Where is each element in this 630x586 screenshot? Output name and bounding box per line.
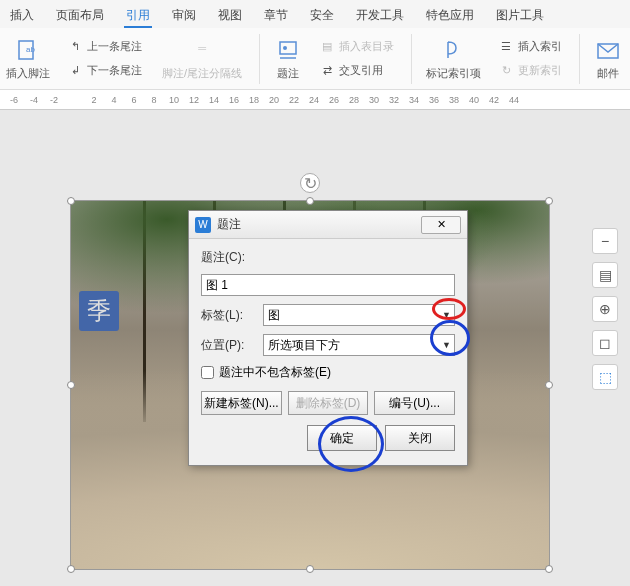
tab-insert[interactable]: 插入: [8, 5, 36, 28]
footnote-icon: ab: [14, 36, 42, 64]
tab-review[interactable]: 审阅: [170, 5, 198, 28]
caption-dialog: W 题注 ✕ 题注(C): 标签(L): 图▼ 位置(P): 所选项目下方▼ 题…: [188, 210, 468, 466]
label-select[interactable]: 图▼: [263, 304, 455, 326]
index-icon: [440, 36, 468, 64]
dialog-titlebar[interactable]: W 题注 ✕: [189, 211, 467, 239]
tab-security[interactable]: 安全: [308, 5, 336, 28]
resize-handle[interactable]: [67, 197, 75, 205]
next-icon: ↲: [67, 63, 83, 79]
svg-point-3: [283, 46, 287, 50]
rotate-handle[interactable]: ↻: [300, 173, 320, 193]
insert-toc-button: ▤插入表目录: [316, 37, 397, 57]
chevron-down-icon: ▼: [442, 310, 451, 320]
exclude-checkbox-input[interactable]: [201, 366, 214, 379]
prev-endnote-button[interactable]: ↰上一条尾注: [64, 37, 145, 57]
tab-layout[interactable]: 页面布局: [54, 5, 106, 28]
crop-button[interactable]: ◻: [592, 330, 618, 356]
exclude-label-checkbox[interactable]: 题注中不包含标签(E): [201, 364, 455, 381]
mark-index-label[interactable]: 标记索引项: [426, 66, 481, 81]
caption-icon: [274, 36, 302, 64]
insert-index-button[interactable]: ☰插入索引: [495, 37, 565, 57]
resize-handle[interactable]: [545, 197, 553, 205]
tab-references[interactable]: 引用: [124, 5, 152, 28]
select-button[interactable]: ⬚: [592, 364, 618, 390]
separator: [411, 34, 412, 84]
tab-devtools[interactable]: 开发工具: [354, 5, 406, 28]
ruler[interactable]: -6-4-22468101214161820222426283032343638…: [0, 90, 630, 110]
cross-ref-button[interactable]: ⇄交叉引用: [316, 61, 397, 81]
next-endnote-button[interactable]: ↲下一条尾注: [64, 61, 145, 81]
svg-rect-2: [280, 42, 296, 54]
crossref-icon: ⇄: [319, 63, 335, 79]
prev-icon: ↰: [67, 39, 83, 55]
svg-text:ab: ab: [26, 45, 35, 54]
chevron-down-icon: ▼: [442, 340, 451, 350]
new-label-button[interactable]: 新建标签(N)...: [201, 391, 282, 415]
separator-button: 脚注/尾注分隔线: [159, 64, 245, 83]
insert-footnote-label[interactable]: 插入脚注: [6, 66, 50, 81]
zoom-button[interactable]: ⊕: [592, 296, 618, 322]
position-field-label: 位置(P):: [201, 337, 257, 354]
tab-sections[interactable]: 章节: [262, 5, 290, 28]
delete-label-button: 删除标签(D): [288, 391, 369, 415]
separator: [259, 34, 260, 84]
resize-handle[interactable]: [67, 381, 75, 389]
numbering-button[interactable]: 编号(U)...: [374, 391, 455, 415]
caption-input[interactable]: [201, 274, 455, 296]
resize-handle[interactable]: [545, 565, 553, 573]
dialog-title: 题注: [217, 216, 415, 233]
collapse-button[interactable]: −: [592, 228, 618, 254]
resize-handle[interactable]: [306, 197, 314, 205]
mail-icon: [594, 36, 622, 64]
separator-icon: ═: [188, 34, 216, 62]
label-field-label: 标签(L):: [201, 307, 257, 324]
ribbon-tabs: 插入 页面布局 引用 审阅 视图 章节 安全 开发工具 特色应用 图片工具: [0, 0, 630, 28]
mail-label[interactable]: 邮件: [597, 66, 619, 81]
side-toolbar: − ▤ ⊕ ◻ ⬚: [592, 228, 618, 390]
ok-button[interactable]: 确定: [307, 425, 377, 451]
resize-handle[interactable]: [306, 565, 314, 573]
close-button[interactable]: ✕: [421, 216, 461, 234]
toc-icon: ▤: [319, 39, 335, 55]
ribbon-toolbar: ab 插入脚注 ↰上一条尾注 ↲下一条尾注 ═ 脚注/尾注分隔线 题注 ▤插入表…: [0, 28, 630, 90]
insert-index-icon: ☰: [498, 39, 514, 55]
resize-handle[interactable]: [545, 381, 553, 389]
tab-picture-tools[interactable]: 图片工具: [494, 5, 546, 28]
caption-label[interactable]: 题注: [277, 66, 299, 81]
update-index-button: ↻更新索引: [495, 61, 565, 81]
tab-features[interactable]: 特色应用: [424, 5, 476, 28]
app-icon: W: [195, 217, 211, 233]
separator: [579, 34, 580, 84]
caption-field-label: 题注(C):: [201, 249, 257, 266]
position-select[interactable]: 所选项目下方▼: [263, 334, 455, 356]
resize-handle[interactable]: [67, 565, 75, 573]
layout-button[interactable]: ▤: [592, 262, 618, 288]
update-icon: ↻: [498, 63, 514, 79]
close-dialog-button[interactable]: 关闭: [385, 425, 455, 451]
tab-view[interactable]: 视图: [216, 5, 244, 28]
